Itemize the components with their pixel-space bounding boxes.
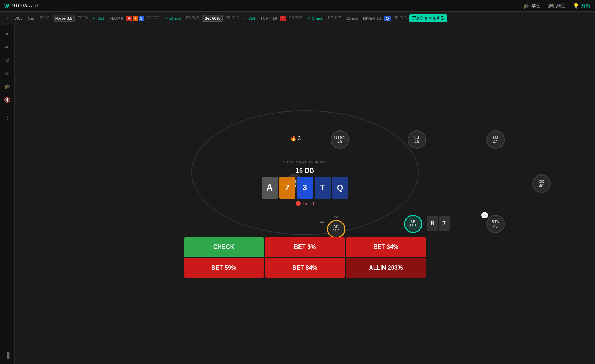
bc-raise[interactable]: Raise 3.5 bbox=[53, 15, 75, 22]
seat-circle-sb: SB 32.5 bbox=[404, 215, 422, 233]
dealer-button: D bbox=[481, 212, 488, 218]
bc-sb5: SB 32.5 bbox=[392, 15, 409, 21]
community-card-7: 7 bbox=[279, 177, 295, 199]
seat-label-lj: LJ bbox=[414, 135, 419, 140]
seat-label-sb: SB bbox=[411, 220, 416, 224]
scenario-label: SB vs BB, vs Iso, 40bb bbox=[283, 160, 324, 164]
sidebar-settings[interactable]: ⚙ bbox=[1, 67, 13, 79]
community-area: SB vs BB, vs Iso, 40bb ℹ 16 BB A 7 3 T Q… bbox=[262, 160, 348, 206]
bc-bb3: BB 32.5 bbox=[326, 15, 344, 21]
community-card-a: A bbox=[262, 177, 278, 199]
chip-icon: 🔴 bbox=[295, 201, 301, 206]
check-button[interactable]: CHECK bbox=[184, 237, 264, 257]
seat-label-utg1: UTG1 bbox=[334, 135, 345, 140]
sidebar-divider bbox=[3, 109, 12, 109]
seat-bb: W/ BB 32.5 44 bbox=[327, 215, 345, 238]
seat-utg1: UTG1 40 bbox=[331, 130, 349, 149]
community-card-q: Q bbox=[332, 177, 348, 199]
seat-stack-sb: 32.5 bbox=[409, 224, 416, 228]
nav-practice-label: 練習 bbox=[556, 3, 566, 9]
community-card-t: T bbox=[315, 177, 331, 199]
top-nav: 🎓 学習 🎮 練習 💡 分析 bbox=[523, 3, 591, 9]
bc-check2[interactable]: ✓ Check bbox=[305, 15, 325, 21]
sidebar-refresh[interactable]: ↺ bbox=[1, 54, 13, 66]
main-content: 🔥 3 UTG1 40 LJ 40 HJ 40 CO bbox=[15, 25, 595, 364]
action-area: CHECK BET 9% BET 34% BET 59% BET 84% ALL… bbox=[184, 237, 426, 279]
bc-sb2: SB 36.5 bbox=[144, 15, 162, 21]
bet84-button[interactable]: BET 84% bbox=[265, 258, 345, 278]
seat-label-hj: HJ bbox=[493, 135, 498, 140]
bc-bet50[interactable]: Bet 50% bbox=[202, 15, 223, 22]
logo-title: GTO Wizard bbox=[11, 3, 38, 8]
bc-sb4: SB 32.5 bbox=[287, 15, 305, 21]
bc-pot: 39.5 bbox=[12, 15, 25, 21]
seat-circle-hj: HJ 40 bbox=[486, 130, 505, 149]
seat-w44: W/ bbox=[334, 215, 338, 218]
action-row-2: BET 59% BET 84% ALLIN 203% bbox=[184, 258, 426, 278]
expand-button[interactable]: » bbox=[7, 356, 9, 361]
seat-stack-bb: 32.5 bbox=[333, 229, 339, 233]
seat-w44-stack: 44 bbox=[320, 220, 324, 224]
bc-flop: FLOP 8 bbox=[107, 15, 125, 21]
learn-icon: 🎓 bbox=[523, 3, 529, 9]
seat-circle-co: CO 40 bbox=[532, 174, 551, 193]
seat-co: CO 40 bbox=[532, 174, 551, 193]
seat-lj: LJ 40 bbox=[408, 130, 426, 149]
scenario-info: SB vs BB, vs Iso, 40bb ℹ bbox=[283, 160, 327, 165]
hero-stack-indicator: 🔴 16 BB bbox=[295, 201, 315, 206]
sidebar-stop[interactable]: ■ bbox=[1, 28, 13, 40]
allin-button[interactable]: ALLIN 203% bbox=[346, 258, 426, 278]
seat-stack-co: 40 bbox=[539, 184, 543, 188]
seat-stack-hj: 40 bbox=[493, 140, 497, 144]
pot-display: 16 BB bbox=[295, 167, 314, 174]
action-row-1: CHECK BET 9% BET 34% bbox=[184, 237, 426, 257]
bc-check1[interactable]: ✓ Check bbox=[163, 15, 183, 21]
seat-circle-bb: BB 32.5 bbox=[327, 220, 345, 238]
bc-river: RIVER 16 bbox=[361, 15, 383, 21]
seat-label-btn: BTN bbox=[491, 220, 500, 224]
bc-card-3: 3 bbox=[139, 16, 144, 21]
breadcrumb-bar: ＜ 39.5 Call BB 39 Raise 3.5 SB 39 ✓ Call… bbox=[0, 12, 595, 25]
hero-stack-label: 16 BB bbox=[302, 201, 315, 206]
sidebar-mute[interactable]: 🔇 bbox=[1, 94, 13, 106]
bc-call2[interactable]: ✓ Call bbox=[91, 15, 106, 21]
seat-circle-lj: LJ 40 bbox=[408, 130, 426, 149]
bc-sb1: SB 39 bbox=[76, 15, 90, 21]
hole-cards: 8 7 bbox=[427, 216, 450, 231]
bet9-button[interactable]: BET 9% bbox=[265, 237, 345, 257]
bc-check3[interactable]: Check bbox=[344, 15, 360, 21]
nav-learn[interactable]: 🎓 学習 bbox=[523, 3, 541, 9]
nav-practice[interactable]: 🎮 練習 bbox=[548, 3, 566, 9]
analyze-icon: 💡 bbox=[573, 3, 579, 9]
seat-stack-utg1: 40 bbox=[337, 140, 342, 144]
sidebar-skip[interactable]: ⏭ bbox=[1, 41, 13, 53]
info-icon[interactable]: ℹ bbox=[325, 160, 327, 165]
nav-learn-label: 学習 bbox=[531, 3, 541, 9]
seat-circle-btn: BTN 40 bbox=[486, 215, 505, 233]
bc-bb2: BB 36.5 bbox=[184, 15, 201, 21]
flame-indicator: 🔥 3 bbox=[290, 135, 301, 141]
sidebar: ■ ⏭ ↺ ⚙ 🎓 🔇 ⋮ ▐ bbox=[0, 25, 15, 364]
sidebar-more[interactable]: ⋮ bbox=[1, 112, 13, 124]
bc-action-now[interactable]: アクションをする bbox=[409, 14, 447, 22]
seat-stack-lj: 40 bbox=[414, 140, 419, 144]
bet59-button[interactable]: BET 59% bbox=[184, 258, 264, 278]
back-button[interactable]: ＜ bbox=[3, 14, 12, 22]
bc-call1[interactable]: Call bbox=[25, 15, 37, 21]
sidebar-learn[interactable]: 🎓 bbox=[1, 81, 13, 92]
bc-sb3: SB 36.5 bbox=[223, 15, 241, 21]
seat-label-bb: BB bbox=[333, 225, 338, 229]
flame-count: 3 bbox=[298, 135, 301, 141]
nav-analyze[interactable]: 💡 分析 bbox=[573, 3, 591, 9]
bc-card-q: Q bbox=[384, 16, 391, 21]
bc-turn: TURN 16 bbox=[258, 15, 279, 21]
hole-card-8: 8 bbox=[427, 216, 438, 231]
community-cards-row: A 7 3 T Q bbox=[262, 177, 348, 199]
topbar: W GTO Wizard 🎓 学習 🎮 練習 💡 分析 bbox=[0, 0, 595, 12]
bet34-button[interactable]: BET 34% bbox=[346, 237, 426, 257]
bc-card-t: T bbox=[280, 16, 286, 21]
seat-circle-utg1: UTG1 40 bbox=[331, 130, 349, 149]
bc-call3[interactable]: ✓ Call bbox=[242, 15, 257, 21]
hole-card-7: 7 bbox=[439, 216, 450, 231]
bc-bb1: BB 39 bbox=[37, 15, 52, 21]
